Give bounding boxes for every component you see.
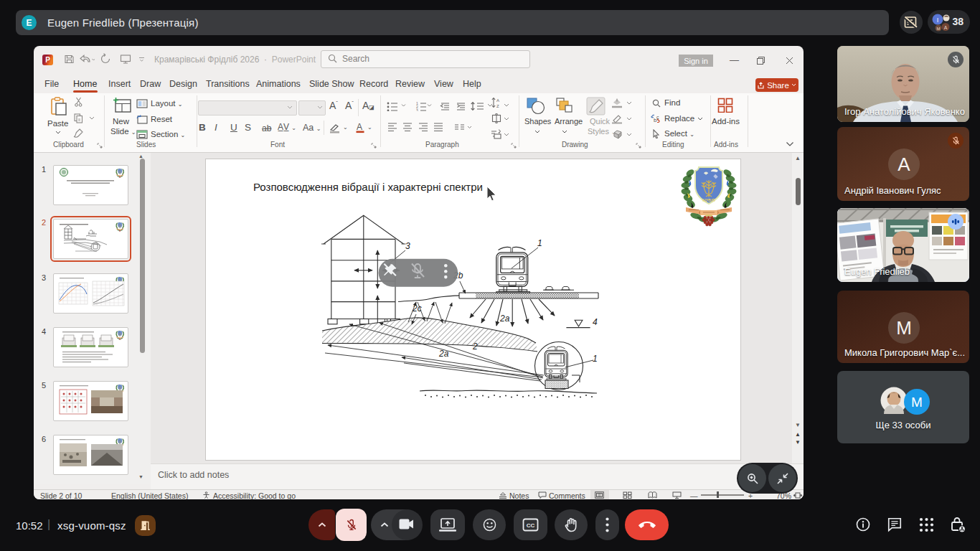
svg-text:4: 4 <box>593 317 598 327</box>
svg-text:CC: CC <box>527 522 535 529</box>
svg-text:3: 3 <box>416 108 418 111</box>
svg-text:1: 1 <box>537 238 542 248</box>
svg-text:A: A <box>944 25 948 30</box>
svg-text:2a: 2a <box>438 349 449 359</box>
svg-text:A: A <box>357 122 362 132</box>
svg-text:M: M <box>911 395 923 410</box>
svg-text:2a: 2a <box>499 314 510 324</box>
svg-text:Z: Z <box>496 104 499 108</box>
svg-text:2c: 2c <box>412 303 422 314</box>
svg-text:2: 2 <box>472 342 478 352</box>
svg-text:c: c <box>656 115 659 120</box>
svg-text:M: M <box>937 27 941 31</box>
svg-text:A: A <box>496 98 499 103</box>
svg-text:3: 3 <box>405 241 410 251</box>
svg-text:1: 1 <box>593 354 598 364</box>
svg-text:A: A <box>897 154 910 175</box>
svg-text:Розповсюдження вібрації і хара: Розповсюдження вібрації і характерні спе… <box>253 181 483 193</box>
svg-text:M: M <box>896 317 912 339</box>
svg-text:I: I <box>937 17 939 24</box>
